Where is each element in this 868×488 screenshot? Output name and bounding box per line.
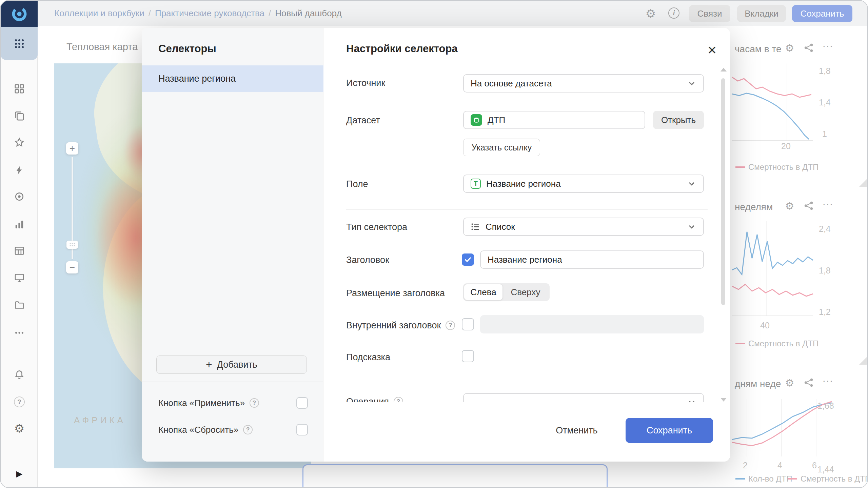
scroll-up-icon[interactable] <box>721 68 727 72</box>
sidebar-divider <box>1 459 38 459</box>
inner-title-checkbox[interactable] <box>462 318 474 330</box>
cancel-button[interactable]: Отменить <box>551 418 602 443</box>
sidebar-item-lens[interactable] <box>13 190 25 203</box>
dataset-input[interactable]: ДТП <box>463 111 645 129</box>
inner-title-text-field <box>480 315 704 333</box>
bar-chart-icon <box>14 219 24 229</box>
apply-button-checkbox[interactable] <box>296 397 308 409</box>
sidebar-item-quick-start[interactable] <box>13 164 25 176</box>
gear-icon: ⚙ <box>14 422 24 435</box>
source-value: На основе датасета <box>471 78 552 89</box>
placement-option-left[interactable]: Слева <box>464 284 502 300</box>
section-divider <box>346 209 708 210</box>
specify-link-button[interactable]: Указать ссылку <box>463 139 540 156</box>
inner-title-input <box>487 319 697 330</box>
squares-grid-icon <box>14 84 24 94</box>
sidebar-item-workbooks[interactable] <box>13 110 25 122</box>
sidebar-item-dashboards[interactable] <box>13 272 25 284</box>
help-icon[interactable]: ? <box>446 321 455 330</box>
help-icon[interactable]: ? <box>250 398 259 408</box>
selector-list-item-active[interactable]: Название региона <box>142 65 323 92</box>
hint-label: Подсказка <box>346 351 390 363</box>
notifications-button[interactable] <box>13 369 25 381</box>
sidebar-item-collections[interactable] <box>13 83 25 95</box>
help-icon[interactable]: ? <box>394 397 403 402</box>
star-icon <box>14 137 24 147</box>
chevron-down-icon <box>687 179 696 188</box>
play-icon: ▶ <box>16 469 22 479</box>
lens-icon <box>14 191 24 202</box>
sidebar-item-more[interactable] <box>13 327 25 339</box>
modal-save-button[interactable]: Сохранить <box>626 418 713 443</box>
lightning-icon <box>14 165 24 175</box>
panel-divider <box>142 382 323 382</box>
operation-label-text: Операция <box>346 396 389 403</box>
section-divider <box>346 375 708 375</box>
operation-select[interactable] <box>463 393 704 402</box>
ellipsis-icon <box>14 328 24 338</box>
dataset-value: ДТП <box>488 115 505 125</box>
reset-button-option: Кнопка «Сбросить» ? <box>158 424 253 435</box>
placement-option-top[interactable]: Сверху <box>502 284 549 300</box>
left-sidebar: ? ⚙ ▶ <box>1 1 38 488</box>
sidebar-expand-button[interactable]: ▶ <box>13 468 25 480</box>
layers-icon <box>14 111 24 121</box>
scroll-down-icon[interactable] <box>721 398 727 402</box>
title-text-field[interactable] <box>480 250 704 269</box>
sidebar-item-favorites[interactable] <box>13 136 25 148</box>
question-icon: ? <box>14 396 25 407</box>
chevron-down-icon <box>687 79 696 88</box>
add-selector-button[interactable]: + Добавить <box>156 355 307 374</box>
check-icon <box>464 256 472 264</box>
dataset-label: Датасет <box>346 115 380 126</box>
chevron-down-icon <box>687 398 696 402</box>
app-window: ? ⚙ ▶ Коллекции и воркбуки / Практически… <box>0 0 868 488</box>
placement-label: Размещение заголовка <box>346 287 445 299</box>
datalens-logo[interactable] <box>1 1 38 27</box>
folder-icon <box>14 300 24 310</box>
chevron-down-icon <box>687 222 696 231</box>
sidebar-settings-button[interactable]: ⚙ <box>13 422 25 434</box>
title-checkbox[interactable] <box>462 253 474 266</box>
help-icon[interactable]: ? <box>243 425 253 434</box>
inner-title-label: Внутренний заголовок ? <box>346 320 455 331</box>
settings-panel: Настройки селектора ✕ Источник На основе… <box>323 28 730 462</box>
field-value: Название региона <box>486 179 561 189</box>
operation-label: Операция ? <box>346 396 403 402</box>
reset-option-label: Кнопка «Сбросить» <box>158 425 238 435</box>
selector-type-label: Тип селектора <box>346 221 407 233</box>
modal-scrollbar-thumb[interactable] <box>721 78 725 305</box>
field-select[interactable]: T Название региона <box>463 175 704 193</box>
logo-swirl-icon <box>11 5 28 23</box>
title-input[interactable] <box>488 255 696 265</box>
inner-title-label-text: Внутренний заголовок <box>346 320 441 331</box>
sidebar-item-charts[interactable] <box>13 218 25 230</box>
string-field-type-icon: T <box>471 179 481 189</box>
selectors-panel: Селекторы Название региона + Добавить Кн… <box>142 28 323 462</box>
apps-grid-icon <box>14 38 25 49</box>
title-label: Заголовок <box>346 254 389 266</box>
selector-type-value: Список <box>486 222 515 232</box>
sidebar-item-datasets[interactable] <box>13 245 25 257</box>
add-selector-label: Добавить <box>217 360 257 370</box>
dataset-icon <box>471 114 482 126</box>
app-switcher[interactable] <box>1 27 38 60</box>
field-label: Поле <box>346 178 368 190</box>
placement-segmented-control: Слева Сверху <box>463 283 550 301</box>
sidebar-item-files[interactable] <box>13 299 25 311</box>
apply-option-label: Кнопка «Применить» <box>158 398 245 408</box>
reset-button-checkbox[interactable] <box>296 424 308 435</box>
apply-button-option: Кнопка «Применить» ? <box>158 397 259 409</box>
hint-checkbox[interactable] <box>462 350 474 362</box>
list-icon <box>471 222 480 231</box>
monitor-icon <box>14 273 24 283</box>
selector-type-select[interactable]: Список <box>463 218 704 236</box>
bell-icon <box>14 370 24 380</box>
settings-scroll-area: Источник На основе датасета Датасет ДТП … <box>323 28 730 402</box>
table-icon <box>14 246 24 256</box>
open-dataset-button[interactable]: Открыть <box>653 111 704 129</box>
source-select[interactable]: На основе датасета <box>463 74 704 93</box>
help-button[interactable]: ? <box>13 396 25 408</box>
selectors-panel-title: Селекторы <box>158 43 216 55</box>
selector-settings-modal: Селекторы Название региона + Добавить Кн… <box>142 28 730 462</box>
